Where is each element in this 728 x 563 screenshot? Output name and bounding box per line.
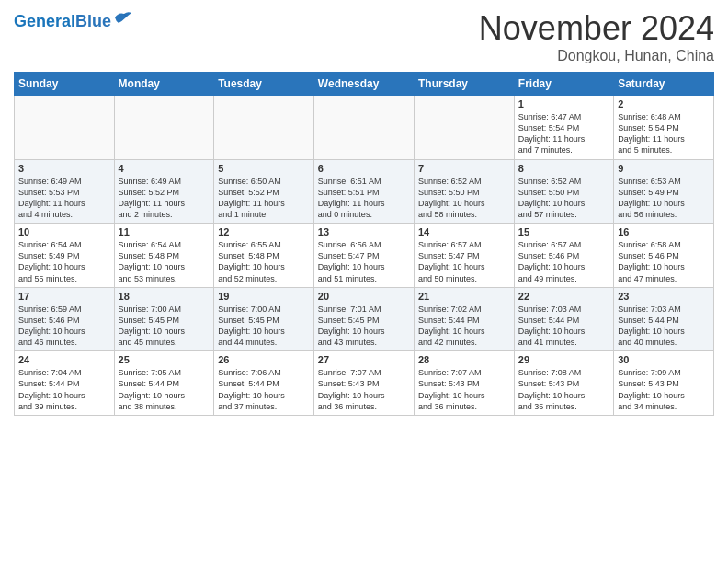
- col-header-monday: Monday: [114, 73, 214, 96]
- day-info: Sunrise: 6:54 AM Sunset: 5:48 PM Dayligh…: [119, 239, 210, 284]
- calendar-cell: 1Sunrise: 6:47 AM Sunset: 5:54 PM Daylig…: [514, 96, 613, 160]
- calendar-cell: 12Sunrise: 6:55 AM Sunset: 5:48 PM Dayli…: [214, 224, 314, 288]
- day-number: 9: [618, 163, 710, 174]
- day-number: 28: [418, 354, 510, 365]
- day-number: 6: [318, 163, 410, 174]
- day-number: 23: [618, 291, 710, 302]
- day-info: Sunrise: 6:52 AM Sunset: 5:50 PM Dayligh…: [418, 176, 510, 221]
- day-info: Sunrise: 7:02 AM Sunset: 5:44 PM Dayligh…: [418, 304, 510, 349]
- col-header-friday: Friday: [514, 73, 613, 96]
- day-number: 11: [119, 226, 210, 237]
- day-number: 29: [518, 354, 609, 365]
- day-number: 30: [618, 354, 710, 365]
- calendar-table: SundayMondayTuesdayWednesdayThursdayFrid…: [14, 72, 714, 416]
- logo-general: General: [14, 12, 75, 30]
- calendar-cell: 6Sunrise: 6:51 AM Sunset: 5:51 PM Daylig…: [313, 159, 414, 224]
- day-info: Sunrise: 6:49 AM Sunset: 5:53 PM Dayligh…: [18, 176, 110, 221]
- day-number: 20: [318, 291, 410, 302]
- day-info: Sunrise: 7:00 AM Sunset: 5:45 PM Dayligh…: [119, 304, 210, 349]
- calendar-cell: 19Sunrise: 7:00 AM Sunset: 5:45 PM Dayli…: [214, 287, 314, 351]
- day-number: 17: [18, 291, 110, 302]
- location: Dongkou, Hunan, China: [479, 48, 714, 64]
- day-info: Sunrise: 6:55 AM Sunset: 5:48 PM Dayligh…: [218, 239, 310, 284]
- month-title: November 2024: [479, 9, 714, 48]
- day-info: Sunrise: 7:09 AM Sunset: 5:43 PM Dayligh…: [618, 367, 710, 412]
- calendar-cell: 27Sunrise: 7:07 AM Sunset: 5:43 PM Dayli…: [313, 351, 414, 416]
- day-info: Sunrise: 6:59 AM Sunset: 5:46 PM Dayligh…: [18, 304, 110, 349]
- calendar-cell: 15Sunrise: 6:57 AM Sunset: 5:46 PM Dayli…: [514, 224, 613, 288]
- logo: GeneralBlue: [14, 9, 133, 29]
- day-number: 27: [318, 354, 410, 365]
- day-number: 5: [218, 163, 310, 174]
- day-number: 10: [18, 226, 110, 237]
- calendar-cell: 22Sunrise: 7:03 AM Sunset: 5:44 PM Dayli…: [514, 287, 613, 351]
- col-header-tuesday: Tuesday: [214, 73, 314, 96]
- calendar-cell: 25Sunrise: 7:05 AM Sunset: 5:44 PM Dayli…: [114, 351, 214, 416]
- day-info: Sunrise: 7:07 AM Sunset: 5:43 PM Dayligh…: [318, 367, 410, 412]
- title-block: November 2024 Dongkou, Hunan, China: [479, 9, 714, 64]
- day-info: Sunrise: 6:56 AM Sunset: 5:47 PM Dayligh…: [318, 239, 410, 284]
- day-number: 12: [218, 226, 310, 237]
- day-number: 8: [518, 163, 609, 174]
- day-info: Sunrise: 7:04 AM Sunset: 5:44 PM Dayligh…: [18, 367, 110, 412]
- day-info: Sunrise: 6:49 AM Sunset: 5:52 PM Dayligh…: [119, 176, 210, 221]
- col-header-sunday: Sunday: [15, 73, 115, 96]
- day-number: 7: [418, 163, 510, 174]
- calendar-week-3: 10Sunrise: 6:54 AM Sunset: 5:49 PM Dayli…: [15, 224, 714, 288]
- day-number: 15: [518, 226, 609, 237]
- day-info: Sunrise: 7:05 AM Sunset: 5:44 PM Dayligh…: [119, 367, 210, 412]
- logo-blue: Blue: [75, 12, 111, 30]
- day-number: 24: [18, 354, 110, 365]
- calendar-cell: 24Sunrise: 7:04 AM Sunset: 5:44 PM Dayli…: [15, 351, 115, 416]
- day-number: 26: [218, 354, 310, 365]
- day-info: Sunrise: 7:06 AM Sunset: 5:44 PM Dayligh…: [218, 367, 310, 412]
- day-info: Sunrise: 6:57 AM Sunset: 5:46 PM Dayligh…: [518, 239, 609, 284]
- calendar-header-row: SundayMondayTuesdayWednesdayThursdayFrid…: [15, 73, 714, 96]
- calendar-cell: [313, 96, 414, 160]
- calendar-week-4: 17Sunrise: 6:59 AM Sunset: 5:46 PM Dayli…: [15, 287, 714, 351]
- day-info: Sunrise: 7:01 AM Sunset: 5:45 PM Dayligh…: [318, 304, 410, 349]
- calendar-cell: 30Sunrise: 7:09 AM Sunset: 5:43 PM Dayli…: [614, 351, 714, 416]
- day-number: 3: [18, 163, 110, 174]
- day-info: Sunrise: 6:57 AM Sunset: 5:47 PM Dayligh…: [418, 239, 510, 284]
- calendar-cell: [15, 96, 115, 160]
- col-header-thursday: Thursday: [414, 73, 514, 96]
- calendar-cell: 2Sunrise: 6:48 AM Sunset: 5:54 PM Daylig…: [614, 96, 714, 160]
- calendar-cell: [114, 96, 214, 160]
- day-info: Sunrise: 6:53 AM Sunset: 5:49 PM Dayligh…: [618, 176, 710, 221]
- calendar-cell: [214, 96, 314, 160]
- calendar-cell: 16Sunrise: 6:58 AM Sunset: 5:46 PM Dayli…: [614, 224, 714, 288]
- calendar-cell: 13Sunrise: 6:56 AM Sunset: 5:47 PM Dayli…: [313, 224, 414, 288]
- calendar-week-5: 24Sunrise: 7:04 AM Sunset: 5:44 PM Dayli…: [15, 351, 714, 416]
- day-number: 14: [418, 226, 510, 237]
- day-info: Sunrise: 6:51 AM Sunset: 5:51 PM Dayligh…: [318, 176, 410, 221]
- calendar-cell: 18Sunrise: 7:00 AM Sunset: 5:45 PM Dayli…: [114, 287, 214, 351]
- calendar-cell: 8Sunrise: 6:52 AM Sunset: 5:50 PM Daylig…: [514, 159, 613, 224]
- logo-text: GeneralBlue: [14, 13, 111, 29]
- calendar-cell: 26Sunrise: 7:06 AM Sunset: 5:44 PM Dayli…: [214, 351, 314, 416]
- col-header-wednesday: Wednesday: [313, 73, 414, 96]
- day-info: Sunrise: 7:07 AM Sunset: 5:43 PM Dayligh…: [418, 367, 510, 412]
- col-header-saturday: Saturday: [614, 73, 714, 96]
- day-info: Sunrise: 6:54 AM Sunset: 5:49 PM Dayligh…: [18, 239, 110, 284]
- calendar-cell: 5Sunrise: 6:50 AM Sunset: 5:52 PM Daylig…: [214, 159, 314, 224]
- calendar-cell: 20Sunrise: 7:01 AM Sunset: 5:45 PM Dayli…: [313, 287, 414, 351]
- day-info: Sunrise: 6:50 AM Sunset: 5:52 PM Dayligh…: [218, 176, 310, 221]
- day-info: Sunrise: 7:00 AM Sunset: 5:45 PM Dayligh…: [218, 304, 310, 349]
- calendar-cell: 21Sunrise: 7:02 AM Sunset: 5:44 PM Dayli…: [414, 287, 514, 351]
- calendar-cell: 14Sunrise: 6:57 AM Sunset: 5:47 PM Dayli…: [414, 224, 514, 288]
- calendar-cell: 29Sunrise: 7:08 AM Sunset: 5:43 PM Dayli…: [514, 351, 613, 416]
- day-number: 19: [218, 291, 310, 302]
- day-info: Sunrise: 7:08 AM Sunset: 5:43 PM Dayligh…: [518, 367, 609, 412]
- day-number: 16: [618, 226, 710, 237]
- calendar-cell: [414, 96, 514, 160]
- calendar-cell: 11Sunrise: 6:54 AM Sunset: 5:48 PM Dayli…: [114, 224, 214, 288]
- day-number: 22: [518, 291, 609, 302]
- day-info: Sunrise: 6:47 AM Sunset: 5:54 PM Dayligh…: [518, 111, 609, 156]
- calendar-cell: 9Sunrise: 6:53 AM Sunset: 5:49 PM Daylig…: [614, 159, 714, 224]
- calendar-cell: 3Sunrise: 6:49 AM Sunset: 5:53 PM Daylig…: [15, 159, 115, 224]
- calendar-cell: 4Sunrise: 6:49 AM Sunset: 5:52 PM Daylig…: [114, 159, 214, 224]
- calendar-week-2: 3Sunrise: 6:49 AM Sunset: 5:53 PM Daylig…: [15, 159, 714, 224]
- calendar-cell: 28Sunrise: 7:07 AM Sunset: 5:43 PM Dayli…: [414, 351, 514, 416]
- day-info: Sunrise: 6:48 AM Sunset: 5:54 PM Dayligh…: [618, 111, 710, 156]
